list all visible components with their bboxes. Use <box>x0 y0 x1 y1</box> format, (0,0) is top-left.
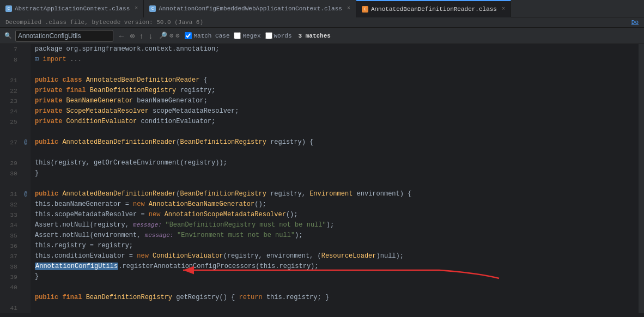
vertical-scrollbar[interactable] <box>639 44 644 313</box>
regex-label: Regex <box>242 33 260 39</box>
code-line-blank-26 <box>35 127 639 137</box>
code-line-38: AnnotationConfigUtils.registerAnnotation… <box>35 261 639 272</box>
match-count: 3 matches <box>299 33 331 39</box>
words-checkbox[interactable] <box>265 32 272 39</box>
line-number-gutter: 7 8 21 22 23 24 25 27 29 30 31 32 33 34 … <box>0 44 21 313</box>
code-line-32: this.beanNameGenerator = new AnnotationB… <box>35 199 639 210</box>
search-next-button[interactable]: ↑ <box>138 32 144 40</box>
search-input-wrap <box>15 30 113 42</box>
code-editor[interactable]: package org.springframework.context.anno… <box>31 44 639 313</box>
tab-close-2[interactable]: × <box>347 5 350 11</box>
info-bar-text: Decompiled .class file, bytecode version… <box>5 19 203 26</box>
code-line-31: public AnnotatedBeanDefinitionReader(Bea… <box>35 189 639 199</box>
code-line-8: ⊞ import ... <box>35 54 639 65</box>
search-options: Match Case Regex Words 3 matches <box>185 32 330 39</box>
code-line-29: this(registry, getOrCreateEnvironment(re… <box>35 158 639 168</box>
tab-bar: C AbstractApplicationContext.class × C A… <box>0 0 644 17</box>
words-label: Words <box>274 33 292 39</box>
main-area: 7 8 21 22 23 24 25 27 29 30 31 32 33 34 … <box>0 44 644 313</box>
search-down-button[interactable]: ↓ <box>148 32 154 40</box>
code-line-35: Assert.notNull(environment, message: "En… <box>35 230 639 241</box>
code-line-41: public final BeanDefinitionRegistry getR… <box>35 292 639 303</box>
code-line-blank-42 <box>35 303 639 313</box>
search-prev-button[interactable]: ← <box>117 32 126 40</box>
code-line-39: } <box>35 272 639 282</box>
tab-annotation-config-embedded[interactable]: C AnnotationConfigEmbeddedWebApplication… <box>144 0 356 17</box>
tab-label-3: AnnotatedBeanDefinitionReader.class <box>371 6 497 13</box>
code-line-21: public class AnnotatedBeanDefinitionRead… <box>35 75 639 86</box>
tab-close-3[interactable]: × <box>502 6 505 12</box>
breakpoint-markers: @ @ @ @ @ <box>21 44 31 313</box>
code-line-blank-30b <box>35 179 639 189</box>
tab-icon-1: C <box>5 5 12 12</box>
tab-icon-2: C <box>149 5 156 12</box>
code-line-24: private ScopeMetadataResolver scopeMetad… <box>35 106 639 117</box>
search-input[interactable] <box>18 32 105 40</box>
tab-close-1[interactable]: × <box>135 5 138 11</box>
code-line-blank-39b <box>35 282 639 292</box>
regex-option[interactable]: Regex <box>234 32 260 39</box>
regex-checkbox[interactable] <box>234 32 241 39</box>
code-line-33: this.scopeMetadataResolver = new Annotat… <box>35 210 639 220</box>
code-line-23: private BeanNameGenerator beanNameGenera… <box>35 96 639 106</box>
code-line-27: public AnnotatedBeanDefinitionReader(Bea… <box>35 137 639 148</box>
marker-31: @ <box>21 189 31 199</box>
code-line-blank-28 <box>35 148 639 158</box>
search-bar: 🔍 ← ⊗ ↑ ↓ 🔎 ⚙ ⚙ Match Case Regex Words 3… <box>0 28 644 44</box>
search-icon: 🔍 <box>4 32 12 39</box>
match-case-option[interactable]: Match Case <box>185 32 229 39</box>
words-option[interactable]: Words <box>265 32 292 39</box>
search-find-usages-icon[interactable]: 🔎 <box>159 32 167 40</box>
info-bar-link[interactable]: Do <box>631 19 639 26</box>
match-case-checkbox[interactable] <box>185 32 192 39</box>
marker-27: @ <box>21 137 31 148</box>
tab-annotated-bean-definition-reader[interactable]: C AnnotatedBeanDefinitionReader.class × <box>356 0 511 17</box>
code-line-37: this.conditionEvaluator = new ConditionE… <box>35 251 639 261</box>
code-line-22: private final BeanDefinitionRegistry reg… <box>35 86 639 96</box>
code-line-blank-20 <box>35 65 639 75</box>
search-more-icons: 🔎 ⚙ ⚙ <box>159 32 179 40</box>
search-options-icon[interactable]: ⚙ <box>169 32 173 40</box>
code-line-30: } <box>35 168 639 179</box>
tab-label-1: AbstractApplicationContext.class <box>15 5 130 12</box>
tab-label-2: AnnotationConfigEmbeddedWebApplicationCo… <box>159 5 342 12</box>
search-clear-button[interactable]: ⊗ <box>130 32 135 40</box>
info-bar: Decompiled .class file, bytecode version… <box>0 17 644 28</box>
code-line-25: private ConditionEvaluator conditionEval… <box>35 117 639 127</box>
match-case-label: Match Case <box>193 33 229 39</box>
code-line-34: Assert.notNull(registry, message: "BeanD… <box>35 220 639 230</box>
code-line-36: this.registry = registry; <box>35 241 639 251</box>
search-filter-icon[interactable]: ⚙ <box>175 32 179 40</box>
highlight-annotationconfigutils: AnnotationConfigUtils <box>35 263 118 270</box>
code-line-7: package org.springframework.context.anno… <box>35 44 639 54</box>
tab-icon-3: C <box>362 6 368 13</box>
tab-abstract-application-context[interactable]: C AbstractApplicationContext.class × <box>0 0 144 17</box>
